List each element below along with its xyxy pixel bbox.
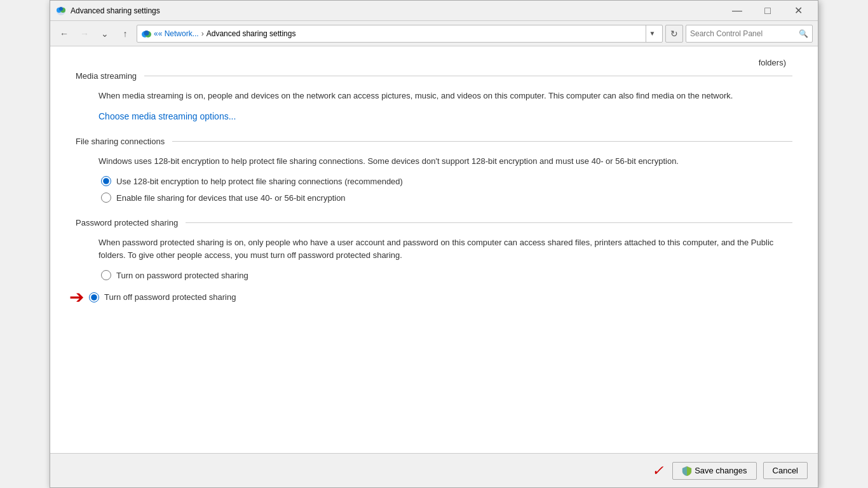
password-sharing-header: Password protected sharing (76, 218, 792, 227)
nav-bar: ← → ⌄ ↑ «« Network... › Advanced sharing… (50, 21, 818, 46)
media-streaming-link[interactable]: Choose media streaming options... (98, 111, 236, 121)
search-box: 🔍 (686, 25, 813, 43)
radio-40-56bit-input[interactable] (101, 193, 111, 203)
maximize-button[interactable]: □ (753, 1, 782, 21)
media-streaming-section: Media streaming When media streaming is … (76, 71, 792, 121)
partial-top-text: folders) (76, 53, 792, 67)
shield-icon (682, 466, 692, 476)
radio-128bit-option[interactable]: Use 128-bit encryption to help protect f… (101, 176, 792, 186)
close-button[interactable]: ✕ (783, 1, 813, 21)
password-sharing-title: Password protected sharing (76, 218, 178, 227)
radio-pw-on-option[interactable]: Turn on password protected sharing (101, 270, 792, 280)
radio-40-56bit-label: Enable file sharing for devices that use… (116, 193, 346, 203)
search-input[interactable] (690, 29, 799, 38)
search-icon[interactable]: 🔍 (799, 29, 808, 38)
password-sharing-section: Password protected sharing When password… (76, 218, 792, 308)
password-sharing-line (186, 222, 792, 223)
file-sharing-line (172, 141, 792, 142)
checkmark-icon: ✓ (652, 463, 663, 479)
password-sharing-description: When password protected sharing is on, o… (98, 236, 792, 261)
file-sharing-header: File sharing connections (76, 137, 792, 146)
recent-locations-button[interactable]: ⌄ (96, 25, 114, 43)
address-current-part: Advanced sharing settings (207, 29, 296, 38)
file-sharing-title: File sharing connections (76, 137, 165, 146)
file-sharing-body: Windows uses 128-bit encryption to help … (76, 155, 792, 203)
cancel-button[interactable]: Cancel (763, 462, 808, 479)
window-title: Advanced sharing settings (71, 6, 722, 15)
window-controls: — □ ✕ (722, 1, 813, 21)
media-streaming-title: Media streaming (76, 71, 137, 81)
forward-button[interactable]: → (76, 25, 93, 43)
password-sharing-body: When password protected sharing is on, o… (76, 236, 792, 308)
radio-pw-on-label: Turn on password protected sharing (116, 271, 248, 280)
radio-128bit-input[interactable] (101, 176, 111, 186)
radio-pw-off-input[interactable] (89, 292, 99, 302)
svg-point-6 (144, 30, 149, 36)
up-button[interactable]: ↑ (116, 25, 134, 43)
radio-pw-off-label: Turn off password protected sharing (104, 292, 236, 302)
address-icon (141, 29, 151, 39)
content-area: folders) Media streaming When media stre… (50, 46, 818, 453)
media-streaming-header: Media streaming (76, 71, 792, 81)
title-bar: Advanced sharing settings — □ ✕ (50, 1, 818, 21)
address-network-part[interactable]: «« Network... (154, 29, 199, 38)
radio-pw-off-option[interactable]: Turn off password protected sharing (89, 292, 236, 302)
file-sharing-radio-group: Use 128-bit encryption to help protect f… (98, 176, 792, 203)
media-streaming-description: When media streaming is on, people and d… (98, 90, 792, 102)
inner-content: folders) Media streaming When media stre… (50, 46, 818, 336)
radio-pw-on-input[interactable] (101, 270, 111, 280)
password-sharing-radio-group: Turn on password protected sharing ➔ Tur… (98, 270, 792, 308)
file-sharing-description: Windows uses 128-bit encryption to help … (98, 155, 792, 168)
red-arrow-icon: ➔ (69, 287, 84, 308)
main-content: folders) Media streaming When media stre… (50, 46, 818, 453)
refresh-button[interactable]: ↻ (665, 25, 683, 43)
address-dropdown-button[interactable]: ▼ (646, 25, 658, 42)
radio-40-56bit-option[interactable]: Enable file sharing for devices that use… (101, 193, 792, 203)
save-changes-label: Save changes (695, 466, 747, 475)
back-button[interactable]: ← (55, 25, 73, 43)
svg-point-3 (59, 7, 63, 11)
minimize-button[interactable]: — (722, 1, 752, 21)
radio-128bit-label: Use 128-bit encryption to help protect f… (116, 177, 403, 186)
main-window: Advanced sharing settings — □ ✕ ← → ⌄ ↑ … (50, 0, 818, 488)
address-separator: › (201, 29, 204, 38)
save-changes-button[interactable]: Save changes (672, 462, 756, 480)
address-bar: «« Network... › Advanced sharing setting… (137, 25, 663, 43)
footer: ✓ Save changes Cancel (50, 453, 818, 487)
window-icon (55, 5, 67, 17)
media-streaming-body: When media streaming is on, people and d… (76, 90, 792, 121)
address-text: «« Network... › Advanced sharing setting… (154, 29, 643, 38)
media-streaming-line (144, 76, 792, 76)
file-sharing-section: File sharing connections Windows uses 12… (76, 137, 792, 203)
arrow-row: ➔ Turn off password protected sharing (101, 287, 792, 308)
